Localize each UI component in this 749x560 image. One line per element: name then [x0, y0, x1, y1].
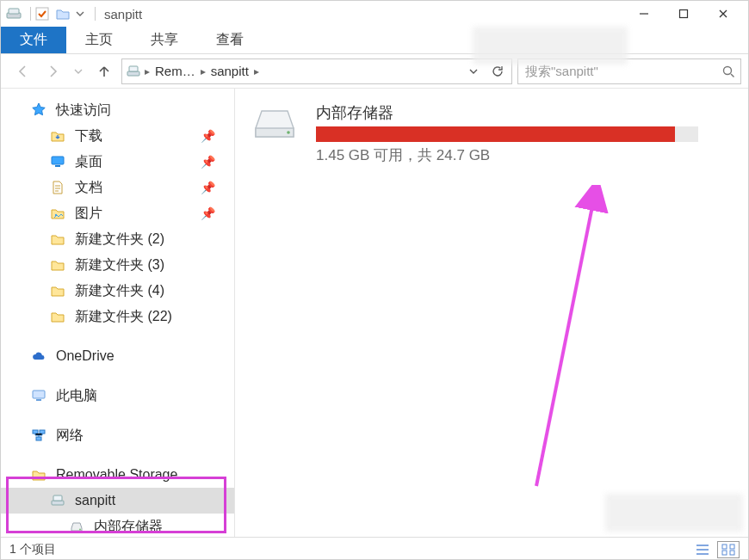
- nav-back-button[interactable]: [11, 59, 35, 83]
- search-icon[interactable]: [721, 65, 735, 78]
- qat-dropdown-icon[interactable]: [76, 9, 86, 18]
- pin-icon: 📌: [201, 155, 215, 169]
- maximize-button[interactable]: [664, 1, 703, 27]
- svg-point-17: [79, 529, 81, 531]
- sidebar-this-pc[interactable]: 此电脑: [1, 383, 234, 409]
- svg-rect-1: [9, 9, 19, 14]
- network-icon: [30, 428, 47, 443]
- sidebar-item-pictures[interactable]: 图片 📌: [1, 200, 234, 226]
- pin-icon: 📌: [201, 129, 215, 143]
- separator: [95, 7, 96, 21]
- view-details-button[interactable]: [691, 541, 714, 558]
- svg-rect-2: [36, 8, 48, 20]
- svg-rect-3: [680, 10, 688, 18]
- main-area: 快速访问 下载 📌 桌面 📌 文档 📌 图片 📌 新建文件夹 (2): [1, 89, 748, 537]
- svg-rect-12: [33, 430, 38, 434]
- chevron-right-icon[interactable]: ▸: [145, 65, 150, 77]
- navigation-pane: 快速访问 下载 📌 桌面 📌 文档 📌 图片 📌 新建文件夹 (2): [1, 89, 235, 537]
- sidebar-network[interactable]: 网络: [1, 422, 234, 448]
- sidebar-sanpitt[interactable]: sanpitt: [1, 488, 234, 514]
- storage-usage-fill: [316, 126, 675, 142]
- svg-rect-22: [730, 545, 734, 549]
- separator: [30, 7, 31, 21]
- tree-item-label: 文档: [75, 179, 102, 197]
- blurred-region: [473, 27, 628, 65]
- breadcrumb-item[interactable]: Rem…: [153, 64, 197, 78]
- documents-icon: [49, 180, 66, 195]
- storage-item[interactable]: 内部存储器 1.45 GB 可用，共 24.7 GB: [251, 102, 698, 165]
- sidebar-item-folder[interactable]: 新建文件夹 (3): [1, 252, 234, 278]
- sidebar-item-documents[interactable]: 文档 📌: [1, 175, 234, 200]
- qat-newfolder-icon[interactable]: [55, 6, 71, 22]
- folder-icon: [30, 467, 47, 483]
- svg-rect-16: [53, 495, 62, 501]
- sidebar-quick-access[interactable]: 快速访问: [1, 97, 234, 123]
- svg-rect-15: [52, 501, 64, 505]
- tab-file[interactable]: 文件: [1, 27, 66, 53]
- qat-properties-icon[interactable]: [34, 6, 50, 22]
- breadcrumb-item[interactable]: sanpitt: [209, 64, 251, 78]
- svg-rect-13: [40, 430, 45, 434]
- tree-item-label: 新建文件夹 (4): [75, 282, 164, 300]
- pin-icon: 📌: [201, 206, 215, 220]
- tree-item-label: 内部存储器: [94, 518, 163, 536]
- svg-rect-24: [730, 551, 734, 555]
- tree-item-label: 下载: [75, 127, 102, 145]
- star-icon: [30, 102, 47, 118]
- sidebar-item-desktop[interactable]: 桌面 📌: [1, 149, 234, 175]
- tab-home[interactable]: 主页: [66, 27, 132, 53]
- tree-item-label: 图片: [75, 205, 102, 223]
- view-large-icons-button[interactable]: [717, 541, 740, 558]
- app-icon: [6, 6, 22, 22]
- content-pane[interactable]: 内部存储器 1.45 GB 可用，共 24.7 GB: [235, 89, 748, 537]
- tree-item-label: 桌面: [75, 153, 102, 171]
- chevron-right-icon[interactable]: ▸: [254, 65, 259, 77]
- sidebar-item-folder[interactable]: 新建文件夹 (22): [1, 304, 234, 329]
- svg-rect-4: [127, 71, 139, 76]
- tree-item-label: 网络: [56, 427, 84, 445]
- minimize-button[interactable]: [624, 1, 664, 27]
- folder-icon: [49, 231, 66, 247]
- svg-rect-8: [55, 165, 60, 167]
- tab-view[interactable]: 查看: [197, 27, 263, 53]
- close-button[interactable]: [703, 1, 743, 27]
- sidebar-item-folder[interactable]: 新建文件夹 (4): [1, 278, 234, 304]
- tree-item-label: 新建文件夹 (2): [75, 231, 164, 249]
- nav-forward-button[interactable]: [40, 59, 65, 83]
- sidebar-onedrive[interactable]: OneDrive: [1, 343, 234, 369]
- folder-icon: [49, 128, 66, 144]
- pin-icon: 📌: [201, 181, 215, 194]
- folder-icon: [49, 257, 66, 273]
- nav-row: ▸ Rem… ▸ sanpitt ▸: [1, 54, 748, 89]
- sidebar-item-downloads[interactable]: 下载 📌: [1, 123, 234, 149]
- storage-subtitle: 1.45 GB 可用，共 24.7 GB: [316, 145, 698, 165]
- svg-rect-7: [52, 157, 64, 164]
- blurred-region: [605, 494, 743, 532]
- search-input[interactable]: [523, 63, 721, 79]
- sidebar-item-folder[interactable]: 新建文件夹 (2): [1, 226, 234, 252]
- device-icon: [49, 493, 66, 508]
- tree-item-label: 新建文件夹 (22): [75, 308, 172, 326]
- annotation-arrow: [528, 185, 631, 495]
- tree-item-label: Removable Storage: [56, 467, 177, 483]
- status-bar: 1 个项目: [1, 537, 748, 560]
- sidebar-removable-storage[interactable]: Removable Storage: [1, 462, 234, 488]
- chevron-right-icon[interactable]: ▸: [201, 65, 206, 77]
- status-item-count: 1 个项目: [9, 542, 56, 557]
- svg-rect-5: [129, 66, 138, 71]
- breadcrumb-label: sanpitt: [211, 64, 249, 78]
- storage-title: 内部存储器: [316, 102, 698, 123]
- tree-item-label: OneDrive: [56, 348, 115, 364]
- tab-share[interactable]: 共享: [132, 27, 197, 53]
- folder-icon: [49, 309, 66, 324]
- desktop-icon: [49, 154, 66, 169]
- address-bar[interactable]: ▸ Rem… ▸ sanpitt ▸: [121, 58, 512, 84]
- svg-line-20: [536, 194, 595, 486]
- nav-up-button[interactable]: [92, 59, 116, 83]
- tree-item-label: sanpitt: [75, 493, 115, 508]
- tab-label: 主页: [85, 31, 113, 49]
- sidebar-internal-storage[interactable]: 内部存储器: [1, 514, 234, 537]
- drive-icon: [68, 519, 85, 534]
- nav-recent-dropdown[interactable]: [70, 59, 87, 83]
- svg-rect-23: [722, 551, 727, 555]
